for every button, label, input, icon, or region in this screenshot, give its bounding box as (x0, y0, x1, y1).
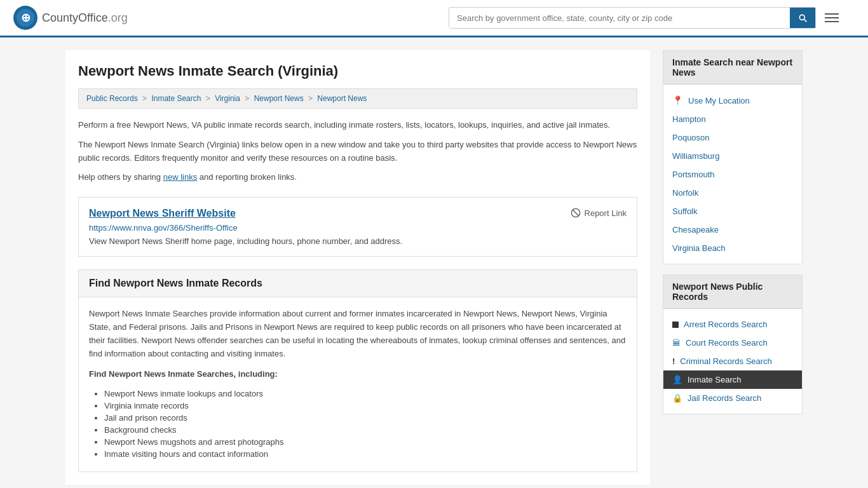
result-card-header: Newport News Sheriff Website Report Link (89, 208, 627, 219)
search-icon (797, 13, 808, 23)
intro-paragraph-1: Perform a free Newport News, VA public i… (78, 119, 637, 132)
sidebar-item-norfolk[interactable]: Norfolk (663, 184, 802, 202)
report-link[interactable]: Report Link (571, 208, 627, 218)
exclaim-icon: ! (672, 356, 675, 366)
search-area (449, 7, 843, 29)
breadcrumb-sep: > (245, 94, 251, 103)
breadcrumb-sep: > (206, 94, 212, 103)
menu-line (825, 17, 839, 18)
sidebar-item-jail-records[interactable]: 🔒 Jail Records Search (663, 389, 802, 407)
sidebar-item-hampton[interactable]: Hampton (663, 110, 802, 128)
section-header: Find Newport News Inmate Records (79, 270, 637, 297)
breadcrumb-virginia[interactable]: Virginia (215, 94, 240, 103)
breadcrumb-newport-news-2[interactable]: Newport News (317, 94, 367, 103)
page-container: Newport News Inmate Search (Virginia) Pu… (59, 50, 809, 485)
search-button[interactable] (790, 8, 815, 28)
main-content: Newport News Inmate Search (Virginia) Pu… (65, 50, 650, 485)
section-subheader: Find Newport News Inmate Searches, inclu… (89, 368, 627, 381)
list-item: Jail and prison records (104, 413, 627, 423)
sidebar-item-arrest-records[interactable]: Arrest Records Search (663, 315, 802, 334)
sidebar-item-criminal-records[interactable]: ! Criminal Records Search (663, 352, 802, 370)
sidebar-item-chesapeake[interactable]: Chesapeake (663, 220, 802, 239)
sidebar: Inmate Search near Newport News 📍 Use My… (663, 50, 803, 485)
menu-line (825, 21, 839, 22)
section-paragraph: Newport News Inmate Searches provide inf… (89, 308, 627, 360)
public-records-box: Newport News Public Records Arrest Recor… (663, 274, 803, 414)
result-description: View Newport News Sheriff home page, inc… (89, 236, 627, 246)
person-icon: 👤 (672, 375, 682, 384)
public-records-box-body: Arrest Records Search 🏛 Court Records Se… (663, 309, 802, 414)
result-card: Newport News Sheriff Website Report Link… (78, 197, 637, 257)
location-pin-icon: 📍 (672, 95, 683, 105)
nearby-box: Inmate Search near Newport News 📍 Use My… (663, 50, 803, 264)
search-bar (449, 7, 816, 29)
new-links-link[interactable]: new links (163, 172, 197, 182)
intro-paragraph-3: Help others by sharing new links and rep… (78, 171, 637, 184)
svg-text:⊕: ⊕ (21, 11, 31, 24)
list-item: Background checks (104, 425, 627, 435)
menu-button[interactable] (821, 10, 843, 26)
list-item: Newport News mugshots and arrest photogr… (104, 437, 627, 447)
find-records-section: Find Newport News Inmate Records Newport… (78, 269, 637, 472)
list-item: Virginia inmate records (104, 401, 627, 410)
logo-text: CountyOffice.org (42, 11, 128, 25)
sidebar-item-portsmouth[interactable]: Portsmouth (663, 165, 802, 184)
breadcrumb: Public Records > Inmate Search > Virgini… (78, 88, 637, 109)
nearby-box-header: Inmate Search near Newport News (663, 51, 802, 85)
intro-paragraph-2: The Newport News Inmate Search (Virginia… (78, 139, 637, 165)
page-title: Newport News Inmate Search (Virginia) (78, 63, 637, 79)
nearby-box-body: 📍 Use My Location Hampton Poquoson Willi… (663, 85, 802, 264)
search-input[interactable] (449, 8, 790, 28)
sidebar-item-inmate-search[interactable]: 👤 Inmate Search (663, 370, 802, 389)
logo-icon: ⊕ (13, 5, 38, 30)
site-header: ⊕ CountyOffice.org (0, 0, 868, 37)
result-title[interactable]: Newport News Sheriff Website (89, 208, 236, 219)
list-item: Newport News inmate lookups and locators (104, 389, 627, 398)
report-icon (571, 208, 581, 218)
sidebar-item-suffolk[interactable]: Suffolk (663, 202, 802, 220)
use-my-location-button[interactable]: 📍 Use My Location (663, 91, 802, 110)
logo[interactable]: ⊕ CountyOffice.org (13, 5, 128, 30)
sidebar-item-williamsburg[interactable]: Williamsburg (663, 147, 802, 165)
breadcrumb-sep: > (308, 94, 315, 103)
menu-line (825, 13, 839, 15)
svg-line-4 (573, 210, 578, 215)
lock-icon: 🔒 (672, 393, 682, 403)
public-records-box-header: Newport News Public Records (663, 275, 802, 309)
sidebar-item-virginia-beach[interactable]: Virginia Beach (663, 239, 802, 257)
result-url[interactable]: https://www.nnva.gov/366/Sheriffs-Office (89, 223, 627, 233)
sidebar-item-poquoson[interactable]: Poquoson (663, 128, 802, 147)
breadcrumb-public-records[interactable]: Public Records (86, 94, 138, 103)
sidebar-item-court-records[interactable]: 🏛 Court Records Search (663, 334, 802, 352)
breadcrumb-newport-news-1[interactable]: Newport News (254, 94, 304, 103)
breadcrumb-inmate-search[interactable]: Inmate Search (151, 94, 201, 103)
breadcrumb-sep: > (142, 94, 149, 103)
building-icon: 🏛 (672, 338, 681, 348)
list-item: Inmate visiting hours and contact inform… (104, 449, 627, 459)
square-icon (672, 322, 679, 328)
section-list: Newport News inmate lookups and locators… (89, 389, 627, 459)
section-body: Newport News Inmate Searches provide inf… (79, 297, 637, 471)
